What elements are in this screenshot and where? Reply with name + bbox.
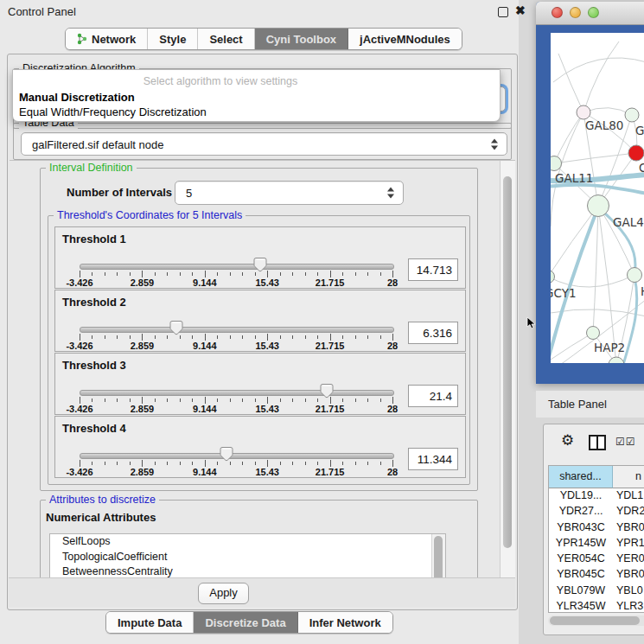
settings-scrollpane: Interval Definition Number of Intervals …: [10, 160, 515, 579]
horizontal-scrollbar-thumb[interactable]: [550, 616, 640, 625]
tab-infer-network[interactable]: Infer Network: [298, 612, 392, 633]
table-row[interactable]: YLR345WYLR3: [549, 600, 644, 612]
slider-track[interactable]: [80, 453, 394, 459]
dropdown-item[interactable]: Equal Width/Frequency Discretization: [16, 105, 210, 118]
cell-name: YDL1: [613, 489, 643, 501]
tab-impute-data[interactable]: Impute Data: [106, 612, 194, 633]
list-scrollbar-thumb[interactable]: [434, 536, 443, 579]
network-node-label: GCY1: [551, 286, 577, 300]
combo-arrows-icon: [387, 188, 395, 199]
group-interval-definition: Interval Definition Number of Intervals …: [40, 168, 478, 491]
cell-name: YDR2: [613, 505, 644, 517]
network-node-label: C: [639, 161, 644, 175]
slider-track[interactable]: [80, 327, 394, 333]
threshold-value-field[interactable]: 11.344: [408, 448, 458, 470]
cell-name: YBR0: [613, 521, 644, 533]
apply-button[interactable]: Apply: [198, 583, 249, 604]
network-node-hap2[interactable]: [587, 327, 600, 340]
tab-select[interactable]: Select: [198, 29, 254, 49]
vertical-scrollbar[interactable]: [500, 161, 515, 578]
network-node-c[interactable]: [628, 145, 644, 161]
number-of-intervals-combobox[interactable]: 5: [175, 181, 404, 205]
slider-thumb[interactable]: [220, 446, 233, 462]
cell-shared-name: YDR27...: [549, 505, 613, 517]
close-icon[interactable]: ✖: [515, 3, 526, 17]
threshold-label: Threshold 2: [62, 296, 126, 309]
column-header-shared-name[interactable]: shared...: [549, 466, 613, 488]
apply-bar: Apply: [9, 577, 515, 607]
attribute-list-item[interactable]: TopologicalCoefficient: [50, 550, 445, 565]
select-columns-icon[interactable]: ☑☑: [615, 436, 636, 448]
threshold-row: Threshold 3-3.4262.8599.14415.4321.71528…: [54, 353, 466, 415]
number-of-intervals-value: 5: [186, 187, 192, 200]
tab-style[interactable]: Style: [148, 29, 198, 49]
numerical-attributes-list[interactable]: SelfLoopsTopologicalCoefficientBetweenne…: [49, 533, 446, 579]
threshold-value-field[interactable]: 6.316: [408, 322, 458, 344]
tab-discretize-data[interactable]: Discretize Data: [194, 612, 297, 633]
horizontal-scrollbar[interactable]: [548, 615, 644, 626]
tab-network[interactable]: Network: [66, 29, 148, 49]
network-view-window: GAL80GACGAL11GAL4GCY1HHAP2: [536, 2, 644, 384]
zoom-traffic-light[interactable]: [588, 7, 599, 18]
slider-thumb[interactable]: [320, 383, 334, 399]
slider-thumb[interactable]: [253, 257, 267, 272]
slider-tick-labels: -3.4262.8599.14415.4321.71528: [80, 277, 392, 288]
columns-icon[interactable]: [589, 435, 606, 450]
vertical-scrollbar-thumb[interactable]: [503, 176, 512, 548]
table-row[interactable]: YBR043CYBR0: [549, 521, 644, 537]
threshold-value-field[interactable]: 14.713: [408, 258, 458, 281]
slider-ticks: [80, 271, 392, 277]
slider-track[interactable]: [80, 390, 394, 396]
list-scrollbar[interactable]: [431, 534, 445, 579]
float-window-icon[interactable]: [498, 7, 508, 17]
network-node-gal80[interactable]: [577, 105, 590, 119]
network-node-gcy1[interactable]: [551, 271, 555, 284]
minimize-traffic-light[interactable]: [570, 7, 581, 18]
table-row[interactable]: YDL19...YDL1: [549, 489, 644, 505]
cyni-toolbox-panel: Discretization Algorithm Table Data galF…: [7, 54, 518, 610]
network-node-ga[interactable]: [625, 108, 639, 122]
tab-label: Impute Data: [118, 616, 182, 629]
network-node-gal11[interactable]: [551, 156, 562, 171]
slider-tick-labels: -3.4262.8599.14415.4321.71528: [80, 341, 392, 351]
close-traffic-light[interactable]: [552, 7, 563, 18]
table-panel-title: Table Panel: [548, 398, 607, 411]
tab-cyni-toolbox[interactable]: Cyni Toolbox: [255, 29, 348, 49]
dropdown-item[interactable]: Manual Discretization: [16, 91, 138, 104]
gear-icon[interactable]: ⚙: [561, 431, 574, 450]
table-row[interactable]: YDR27...YDR2: [549, 505, 644, 520]
cell-name: YLR3: [613, 600, 643, 612]
table-data-combobox-value: galFiltered.sif default node: [32, 137, 163, 150]
slider-track[interactable]: [80, 264, 394, 270]
cell-shared-name: YDL19...: [549, 489, 613, 501]
network-node-label: GAL11: [555, 171, 593, 185]
table-row[interactable]: YPR145WYPR1: [549, 537, 644, 552]
table-panel-titlebar: Table Panel: [536, 391, 644, 418]
network-window-titlebar: [536, 2, 644, 25]
threshold-label: Threshold 1: [62, 233, 126, 245]
algorithm-dropdown-popup: Select algorithm to view settings Manual…: [12, 69, 501, 122]
tab-jactivemnodules[interactable]: jActiveMNodules: [348, 29, 462, 49]
table-row[interactable]: YER054CYER0: [549, 552, 644, 568]
control-panel-titlebar: Control Panel ✖: [0, 0, 519, 23]
slider-thumb[interactable]: [169, 320, 183, 335]
attribute-list-item[interactable]: SelfLoops: [50, 534, 445, 550]
cell-name: YER0: [613, 552, 644, 564]
network-node-h[interactable]: [628, 268, 642, 283]
threshold-value-field[interactable]: 21.4: [408, 385, 458, 407]
network-node-label: GA: [635, 124, 644, 137]
network-node-gal4[interactable]: [588, 195, 609, 217]
mouse-cursor: [526, 316, 537, 330]
tab-label: Infer Network: [309, 616, 381, 629]
table-row[interactable]: YBR045CYBR0: [549, 568, 644, 583]
cell-shared-name: YBR045C: [549, 568, 613, 580]
table-data-combobox[interactable]: galFiltered.sif default node: [21, 132, 507, 156]
table-row[interactable]: YBL079WYBL0: [549, 584, 644, 600]
network-node[interactable]: [609, 357, 624, 363]
tab-label: Discretize Data: [205, 616, 285, 629]
column-header-name[interactable]: n: [613, 466, 644, 488]
threshold-label: Threshold 3: [62, 359, 126, 372]
cell-name: YBR0: [613, 568, 644, 580]
network-canvas[interactable]: GAL80GACGAL11GAL4GCY1HHAP2: [551, 33, 644, 363]
cell-shared-name: YBR043C: [549, 521, 613, 533]
